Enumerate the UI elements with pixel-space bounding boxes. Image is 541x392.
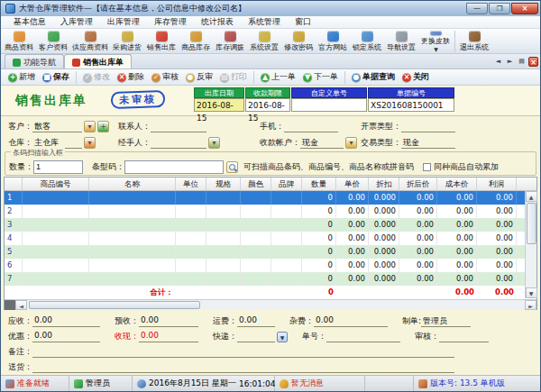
- cell[interactable]: [271, 259, 302, 272]
- cell[interactable]: 0.00: [336, 191, 369, 205]
- cell[interactable]: [89, 232, 176, 245]
- cell[interactable]: 0.00: [437, 272, 477, 286]
- menu-item-6[interactable]: 窗口: [288, 15, 318, 29]
- cell[interactable]: 0.00: [437, 232, 477, 245]
- doc-button-下一单[interactable]: ▼下一单: [299, 70, 342, 84]
- minimize-button[interactable]: —: [466, 3, 488, 14]
- cell[interactable]: 0.00: [437, 205, 477, 218]
- scroll-up-icon[interactable]: ▲: [526, 191, 537, 202]
- cell[interactable]: [241, 272, 271, 286]
- header-利润[interactable]: 利润: [477, 178, 517, 190]
- cell[interactable]: [23, 205, 89, 218]
- cell[interactable]: [206, 272, 241, 286]
- cell[interactable]: [176, 205, 206, 218]
- cell[interactable]: 0.000: [369, 232, 399, 245]
- vertical-scroll-thumb[interactable]: [527, 203, 536, 244]
- doc-button-审核[interactable]: ✓审核: [148, 70, 182, 84]
- horizontal-scrollbar[interactable]: ◄ ►: [5, 299, 536, 310]
- cell[interactable]: 0.00: [477, 218, 517, 232]
- cell[interactable]: [241, 232, 271, 245]
- order-row2-value-3[interactable]: 现金: [401, 137, 455, 149]
- cell[interactable]: [23, 218, 89, 232]
- cell[interactable]: [176, 191, 206, 205]
- footer-row2-value-1[interactable]: 0.00: [139, 331, 198, 342]
- cell[interactable]: [89, 245, 176, 259]
- cell[interactable]: [271, 205, 302, 218]
- cell[interactable]: [176, 272, 206, 286]
- scroll-left-icon[interactable]: ◄: [15, 300, 27, 310]
- cell[interactable]: 0.00: [477, 245, 517, 259]
- table-row[interactable]: 100.000.0000.000.000.00: [5, 191, 536, 205]
- cell[interactable]: 0.00: [336, 272, 369, 286]
- cell[interactable]: [271, 245, 302, 259]
- cell[interactable]: 0.000: [369, 205, 399, 218]
- cell[interactable]: [89, 259, 176, 272]
- cell[interactable]: [271, 272, 302, 286]
- scroll-down-icon[interactable]: ▼: [526, 287, 537, 298]
- doc-button-修改[interactable]: ✓修改: [79, 70, 114, 84]
- cell[interactable]: [206, 232, 241, 245]
- cell[interactable]: 0.00: [399, 245, 437, 259]
- menu-item-4[interactable]: 统计报表: [194, 15, 241, 29]
- cell[interactable]: 0.00: [399, 205, 437, 218]
- cell[interactable]: [89, 191, 176, 205]
- footer-row1-value-1[interactable]: 0.00: [139, 315, 198, 327]
- maximize-button[interactable]: ❒: [489, 3, 510, 14]
- field-value-0[interactable]: 2016-08-15: [194, 98, 244, 112]
- toolbar-button-12[interactable]: 更换皮肤▼: [418, 30, 453, 53]
- tab-销售出库单[interactable]: 销售出库单: [64, 54, 132, 68]
- header-折后价[interactable]: 折后价: [399, 178, 437, 190]
- tab-功能导航[interactable]: 功能导航: [5, 54, 64, 68]
- order-row1-value-0[interactable]: 散客: [32, 121, 82, 132]
- vertical-scrollbar[interactable]: ▲ ▼: [525, 191, 536, 298]
- cell[interactable]: [241, 259, 271, 272]
- cell[interactable]: 0.00: [477, 205, 517, 218]
- cell[interactable]: 0.000: [369, 245, 399, 259]
- cell[interactable]: 0.00: [477, 232, 517, 245]
- cell[interactable]: 0.00: [336, 245, 369, 259]
- header-颜色[interactable]: 颜色: [241, 178, 271, 190]
- doc-button-反审[interactable]: ●反审: [182, 70, 216, 84]
- cell[interactable]: 0: [302, 218, 336, 232]
- cell[interactable]: [206, 259, 241, 272]
- cell[interactable]: [241, 191, 271, 205]
- footer-row1-value-3[interactable]: 0.00: [314, 315, 388, 327]
- cell[interactable]: [206, 205, 241, 218]
- account-lookup-icon[interactable]: ▾: [345, 137, 357, 149]
- toolbar-button-6[interactable]: 库存调拨: [213, 30, 247, 53]
- menu-item-5[interactable]: 系统管理: [241, 15, 288, 29]
- quantity-input[interactable]: [33, 160, 83, 174]
- footer-row2-value-0[interactable]: 0.00: [32, 331, 100, 342]
- doc-button-打印[interactable]: ▤打印: [216, 70, 251, 84]
- cell[interactable]: 0.000: [369, 218, 399, 232]
- menu-item-1[interactable]: 入库管理: [53, 15, 100, 29]
- barcode-search-icon[interactable]: [226, 161, 238, 173]
- cell[interactable]: [89, 205, 176, 218]
- order-row1-value-3[interactable]: [401, 121, 455, 132]
- remark-field[interactable]: [32, 346, 454, 358]
- cell[interactable]: 0.00: [437, 218, 477, 232]
- tab-scroll-right-icon[interactable]: ►: [505, 57, 515, 67]
- cell[interactable]: [176, 232, 206, 245]
- customer-lookup-icon[interactable]: ▾: [84, 121, 96, 132]
- toolbar-button-8[interactable]: 修改密码: [281, 30, 316, 53]
- cell[interactable]: [176, 218, 206, 232]
- cell[interactable]: [271, 191, 302, 205]
- cell[interactable]: 0.00: [399, 218, 437, 232]
- cell[interactable]: [176, 259, 206, 272]
- cell[interactable]: 0: [302, 245, 336, 259]
- cell[interactable]: 0.00: [399, 232, 437, 245]
- cell[interactable]: [206, 245, 241, 259]
- toolbar-button-7[interactable]: 系统设置: [247, 30, 281, 53]
- cell[interactable]: 0.00: [399, 259, 437, 272]
- cell[interactable]: [241, 205, 271, 218]
- scroll-right-icon[interactable]: ►: [525, 300, 536, 310]
- footer-row1-value-4[interactable]: 管理员: [421, 315, 471, 327]
- add-customer-icon[interactable]: +: [97, 121, 109, 132]
- header-名称[interactable]: 名称: [89, 178, 176, 190]
- toolbar-button-10[interactable]: 锁定系统: [350, 30, 384, 53]
- cell[interactable]: 0.000: [369, 259, 399, 272]
- table-row[interactable]: 600.000.0000.000.000.00: [5, 259, 536, 272]
- toolbar-button-3[interactable]: 采购进货: [110, 30, 144, 53]
- cell[interactable]: 0.00: [399, 272, 437, 286]
